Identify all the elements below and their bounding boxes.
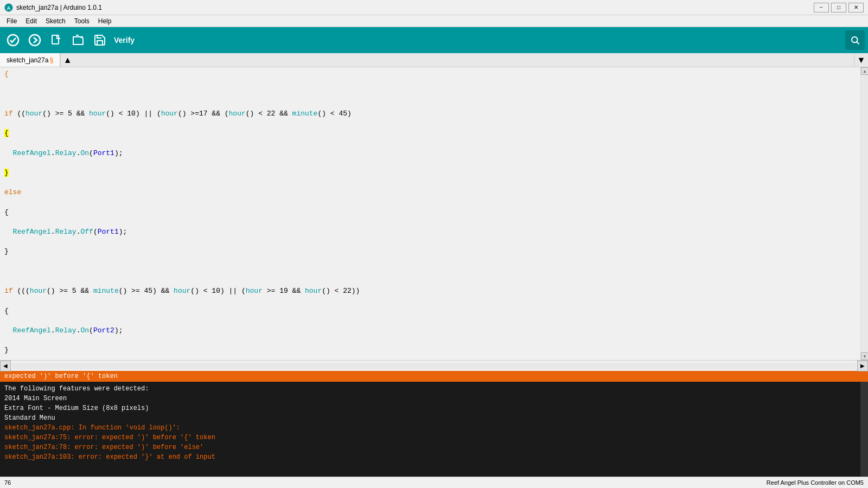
hscroll-right-arrow[interactable]: ▶ xyxy=(857,361,868,371)
arduino-icon: A xyxy=(4,3,13,12)
console-scrollbar[interactable] xyxy=(860,382,868,477)
console-line-3: Standard Menu xyxy=(4,413,864,423)
status-port-info: Reef Angel Plus Controller on COM5 xyxy=(767,479,864,486)
code-editor[interactable]: { if ((hour() >= 5 && hour() < 10) || (h… xyxy=(0,67,860,360)
svg-line-6 xyxy=(857,42,859,44)
horizontal-scrollbar[interactable]: ◀ ▶ xyxy=(0,360,868,371)
toolbar: Verify xyxy=(0,27,868,53)
svg-rect-4 xyxy=(52,35,59,44)
console-content: The following features were detected: 20… xyxy=(0,382,868,464)
close-button[interactable]: ✕ xyxy=(848,3,864,12)
hscroll-left-arrow[interactable]: ◀ xyxy=(0,361,11,371)
scroll-track[interactable] xyxy=(861,75,868,352)
menu-help[interactable]: Help xyxy=(94,16,116,26)
upload-button[interactable] xyxy=(25,30,44,50)
tab-sketch[interactable]: sketch_jan27a§ xyxy=(0,53,60,67)
svg-point-3 xyxy=(29,35,40,46)
hscroll-track[interactable] xyxy=(12,363,856,369)
console-line-2: Extra Font - Medium Size (8x8 pixels) xyxy=(4,403,864,413)
console-line-7: sketch_jan27a:103: error: expected '}' a… xyxy=(4,452,864,462)
scroll-up-arrow[interactable]: ▲ xyxy=(861,67,868,75)
check-icon xyxy=(7,34,20,47)
titlebar-left: A sketch_jan27a | Arduino 1.0.1 xyxy=(4,3,102,12)
console-output: The following features were detected: 20… xyxy=(0,382,868,477)
titlebar-title: sketch_jan27a | Arduino 1.0.1 xyxy=(16,4,102,11)
open-icon xyxy=(72,34,85,47)
titlebar-controls: − □ ✕ xyxy=(814,3,864,12)
code-wrapper: { if ((hour() >= 5 && hour() < 10) || (h… xyxy=(0,67,868,360)
verify-button[interactable] xyxy=(3,30,23,50)
titlebar: A sketch_jan27a | Arduino 1.0.1 − □ ✕ xyxy=(0,0,868,15)
svg-point-5 xyxy=(852,37,858,43)
right-arrow-icon xyxy=(28,34,41,47)
tab-modified-indicator: § xyxy=(49,56,53,64)
minimize-button[interactable]: − xyxy=(814,3,829,12)
menubar: File Edit Sketch Tools Help xyxy=(0,15,868,27)
search-button[interactable] xyxy=(845,30,865,50)
menu-tools[interactable]: Tools xyxy=(70,16,94,26)
code-vertical-scrollbar[interactable]: ▲ ▼ xyxy=(860,67,868,360)
svg-text:A: A xyxy=(7,5,11,11)
maximize-button[interactable]: □ xyxy=(831,3,846,12)
verify-label: Verify xyxy=(114,36,135,44)
console-line-6: sketch_jan27a:78: error: expected ')' be… xyxy=(4,442,864,452)
tabbar: sketch_jan27a§ ▲ ▼ xyxy=(0,53,868,67)
tab-dropdown[interactable]: ▼ xyxy=(854,53,868,67)
statusbar: 76 Reef Angel Plus Controller on COM5 xyxy=(0,477,868,487)
console-line-5: sketch_jan27a:75: error: expected ')' be… xyxy=(4,433,864,442)
menu-sketch[interactable]: Sketch xyxy=(41,16,70,26)
code-content: { if ((hour() >= 5 && hour() < 10) || (h… xyxy=(0,67,860,360)
error-message: expected ')' before '{' token xyxy=(4,373,118,380)
tab-name: sketch_jan27a xyxy=(7,56,48,64)
new-icon xyxy=(50,34,63,47)
status-line-number: 76 xyxy=(4,479,11,486)
console-line-4: sketch_jan27a.cpp: In function 'void loo… xyxy=(4,423,864,433)
search-icon xyxy=(850,35,860,45)
menu-file[interactable]: File xyxy=(2,16,21,26)
error-bar: expected ')' before '{' token xyxy=(0,371,868,382)
save-icon xyxy=(93,34,106,47)
console-line-1: 2014 Main Screen xyxy=(4,394,864,403)
console-line-0: The following features were detected: xyxy=(4,384,864,394)
open-button[interactable] xyxy=(68,30,88,50)
tab-scroll-up[interactable]: ▲ xyxy=(60,53,74,67)
save-button[interactable] xyxy=(90,30,110,50)
scroll-down-arrow[interactable]: ▼ xyxy=(861,352,868,360)
new-button[interactable] xyxy=(47,30,66,50)
menu-edit[interactable]: Edit xyxy=(21,16,41,26)
